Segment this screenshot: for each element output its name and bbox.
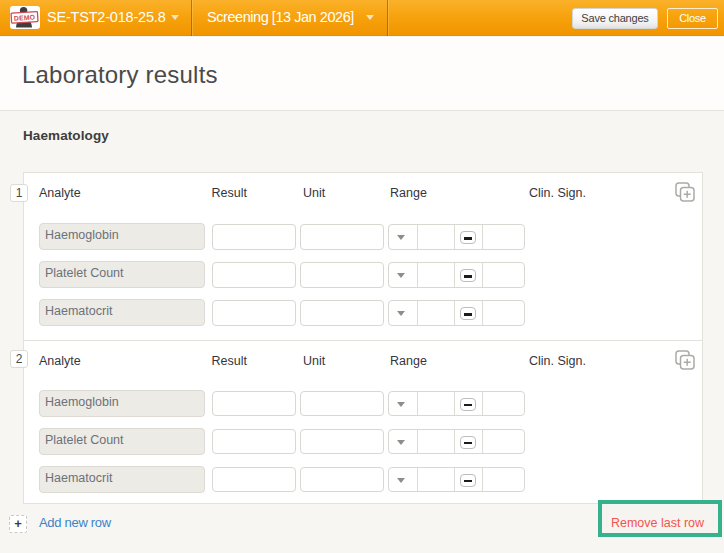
svg-text:DEMO: DEMO <box>14 14 36 22</box>
